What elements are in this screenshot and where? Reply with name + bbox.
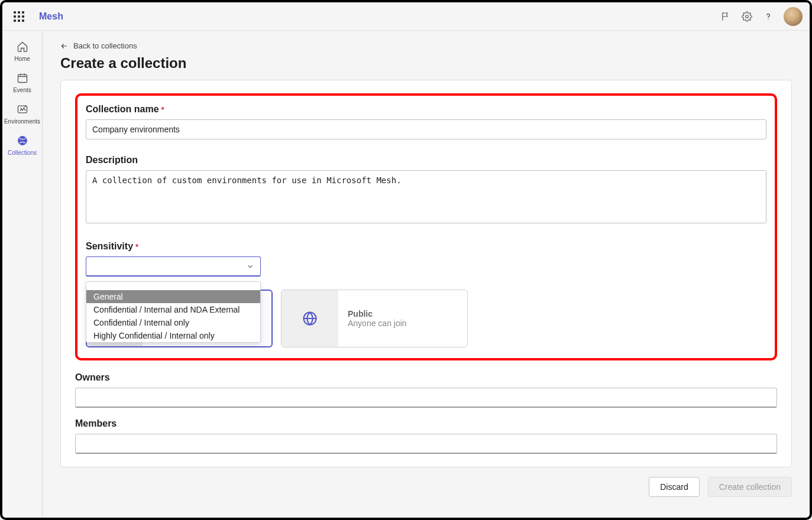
chevron-down-icon — [246, 262, 254, 271]
highlighted-section: Collection name * Description Sensitivit… — [75, 93, 777, 360]
create-collection-button[interactable]: Create collection — [708, 477, 792, 497]
flag-button[interactable] — [715, 6, 736, 27]
nav-label: Events — [13, 87, 31, 93]
owners-input[interactable] — [75, 388, 777, 408]
sensitivity-option-confidential-internal[interactable]: Confidential / Internal only — [86, 316, 260, 329]
svg-rect-2 — [18, 74, 27, 82]
help-icon — [763, 11, 774, 22]
sensitivity-option-confidential-nda[interactable]: Confidential / Internal and NDA External — [86, 303, 260, 316]
sensitivity-option-general[interactable]: General — [86, 290, 260, 303]
create-collection-card: Collection name * Description Sensitivit… — [60, 80, 792, 467]
required-mark: * — [161, 105, 164, 114]
nav-item-home[interactable]: Home — [4, 35, 41, 67]
app-launcher-button[interactable] — [9, 7, 28, 26]
nav-label: Home — [14, 56, 30, 62]
members-input[interactable] — [75, 434, 777, 454]
description-textarea[interactable] — [86, 170, 766, 223]
nav-item-events[interactable]: Events — [4, 67, 41, 98]
discard-button[interactable]: Discard — [649, 477, 699, 497]
page-title: Create a collection — [60, 55, 792, 72]
sensitivity-select[interactable] — [86, 256, 261, 277]
privacy-title: Public — [348, 309, 407, 318]
svg-point-0 — [746, 15, 749, 18]
svg-point-5 — [18, 136, 27, 145]
flag-icon — [720, 11, 731, 22]
main-content: Back to collections Create a collection … — [43, 31, 810, 518]
collection-name-input[interactable] — [86, 119, 766, 139]
app-title: Mesh — [39, 11, 63, 22]
arrow-left-icon — [60, 42, 69, 50]
description-label: Description — [86, 155, 766, 165]
nav-label: Environments — [4, 118, 40, 125]
back-label: Back to collections — [73, 41, 137, 50]
sensitivity-option-highly-confidential[interactable]: Highly Confidential / Internal only — [86, 329, 260, 342]
globe-icon — [302, 310, 318, 327]
collection-name-label: Collection name * — [86, 104, 766, 115]
topbar: Mesh — [2, 2, 810, 31]
avatar[interactable] — [784, 7, 803, 26]
collections-icon — [16, 134, 29, 147]
nav-item-environments[interactable]: Environments — [4, 98, 41, 129]
owners-label: Owners — [75, 372, 777, 383]
sensitivity-label: Sensitivity * — [86, 241, 766, 252]
members-label: Members — [75, 418, 777, 429]
svg-point-4 — [20, 108, 21, 109]
footer-actions: Discard Create collection — [60, 477, 792, 497]
environments-icon — [16, 103, 29, 116]
required-mark: * — [135, 242, 138, 251]
gear-icon — [742, 11, 752, 22]
home-icon — [16, 40, 29, 53]
nav-label: Collections — [8, 150, 37, 156]
privacy-option-public[interactable]: Public Anyone can join — [281, 290, 468, 347]
left-nav: Home Events Environments Collections — [2, 31, 43, 518]
svg-point-1 — [768, 19, 768, 20]
waffle-icon — [14, 11, 24, 22]
settings-button[interactable] — [736, 6, 758, 27]
help-button[interactable] — [758, 6, 779, 27]
privacy-subtitle: Anyone can join — [348, 318, 407, 328]
sensitivity-dropdown: General Confidential / Internal and NDA … — [86, 281, 261, 343]
nav-item-collections[interactable]: Collections — [4, 129, 41, 161]
calendar-icon — [16, 72, 29, 84]
back-to-collections-link[interactable]: Back to collections — [60, 39, 137, 53]
